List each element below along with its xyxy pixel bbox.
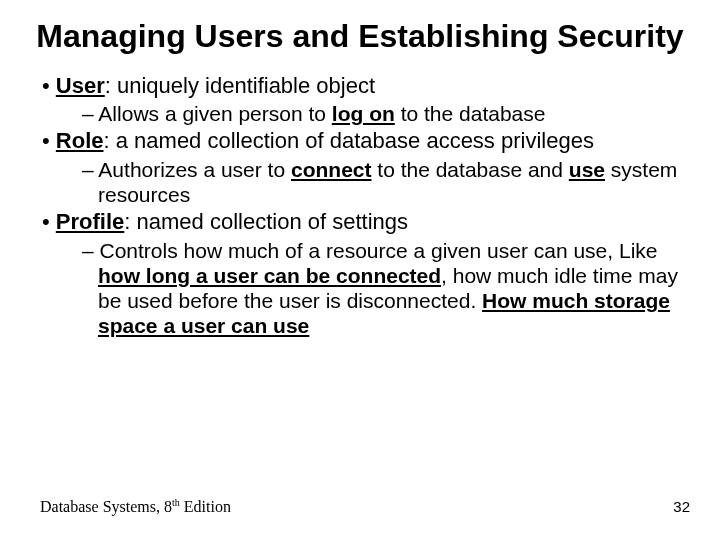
bullet-user: • User: uniquely identifiable object (30, 73, 690, 99)
emph-use: use (569, 158, 605, 181)
text: to the database and (371, 158, 568, 181)
term-user: User (56, 73, 105, 98)
sub-profile: – Controls how much of a resource a give… (30, 238, 690, 339)
emph-logon: log on (332, 102, 395, 125)
ordinal-suffix: th (172, 497, 180, 508)
page-number: 32 (673, 498, 690, 515)
slide-body: • User: uniquely identifiable object – A… (30, 73, 690, 338)
emph-connected-duration: how long a user can be connected (98, 264, 441, 287)
bullet-role: • Role: a named collection of database a… (30, 128, 690, 154)
text: : named collection of settings (124, 209, 408, 234)
term-role: Role (56, 128, 104, 153)
footer: Database Systems, 8th Edition 32 (0, 497, 720, 516)
text: Authorizes a user to (98, 158, 291, 181)
text: Database Systems, 8 (40, 498, 172, 515)
sub-user: – Allows a given person to log on to the… (30, 101, 690, 126)
term-profile: Profile (56, 209, 124, 234)
bullet-profile: • Profile: named collection of settings (30, 209, 690, 235)
slide-title: Managing Users and Establishing Security (30, 18, 690, 55)
text: Edition (180, 498, 231, 515)
text: to the database (395, 102, 546, 125)
sub-role: – Authorizes a user to connect to the da… (30, 157, 690, 207)
footer-source: Database Systems, 8th Edition (40, 497, 231, 516)
text: : a named collection of database access … (104, 128, 594, 153)
text: Allows a given person to (98, 102, 331, 125)
text: : uniquely identifiable object (105, 73, 375, 98)
text: Controls how much of a resource a given … (100, 239, 658, 262)
emph-connect: connect (291, 158, 372, 181)
